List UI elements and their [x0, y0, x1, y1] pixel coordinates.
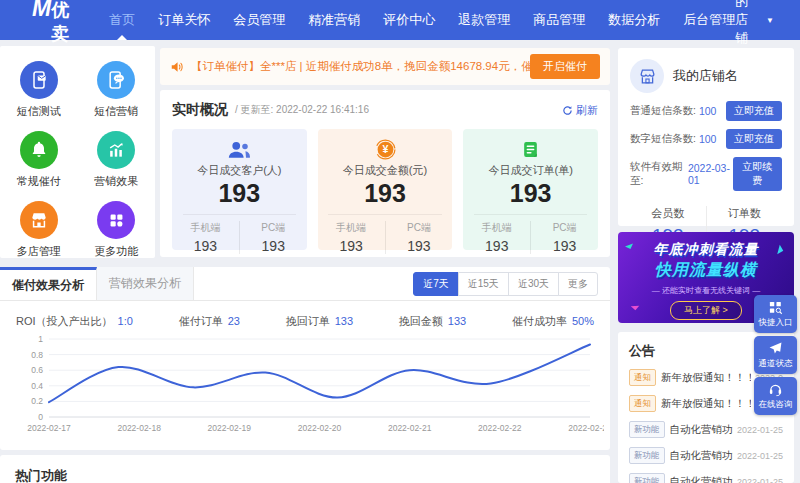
- divider: [183, 214, 296, 215]
- sidebar-item-multi-store[interactable]: 多店管理: [0, 201, 78, 259]
- svg-text:2022-02-17: 2022-02-17: [27, 423, 71, 433]
- banner-headline: 年底冲刺看流量: [618, 241, 794, 259]
- app-label: 短信测试: [0, 104, 78, 119]
- sub-value: 193: [531, 238, 598, 254]
- order-receipt-icon: [463, 138, 598, 160]
- nav-item-product-mgmt[interactable]: 商品管理: [533, 0, 585, 40]
- online-support-button[interactable]: 在线咨询: [754, 377, 797, 415]
- sidebar-item-more-features[interactable]: 更多功能: [78, 201, 156, 259]
- recharge-button[interactable]: 立即充值: [726, 101, 782, 121]
- shop-avatar: [630, 59, 664, 93]
- sidebar-item-sms-marketing[interactable]: 短信营销: [78, 61, 156, 119]
- start-reminder-button[interactable]: 开启催付: [530, 54, 600, 79]
- refresh-button[interactable]: 刷新: [562, 103, 598, 118]
- notice-text: 新年放假通知！！！: [661, 397, 751, 411]
- notice-item[interactable]: 新功能 自动化营销功能上线 2022-01-25: [629, 447, 783, 464]
- sub-label: 手机端: [463, 221, 530, 235]
- row-label: 软件有效期至:: [630, 160, 685, 188]
- sms-marketing-icon: [97, 61, 135, 99]
- app-label: 更多功能: [78, 244, 156, 259]
- tab-marketing-effect[interactable]: 营销效果分析: [97, 267, 194, 300]
- nav-item-member-mgmt[interactable]: 会员管理: [233, 0, 285, 40]
- speaker-icon: [170, 60, 184, 74]
- chart-growth-icon: [97, 131, 135, 169]
- notice-tag: 新功能: [629, 473, 665, 483]
- realtime-title: 实时概况: [172, 101, 228, 119]
- nav-item-data-analysis[interactable]: 数据分析: [608, 0, 660, 40]
- top-navbar: M 优卖 首页 订单关怀 会员管理 精准营销 评价中心 退款管理 商品管理 数据…: [0, 0, 800, 40]
- svg-text:2022-02-18: 2022-02-18: [117, 423, 161, 433]
- tab-reminder-effect[interactable]: 催付效果分析: [0, 267, 97, 300]
- svg-text:0.4: 0.4: [31, 381, 43, 391]
- sub-value: 193: [172, 238, 239, 254]
- sms-balance-row: 普通短信条数: 100 立即充值: [630, 101, 782, 121]
- active-tab-pointer-icon: [117, 35, 127, 40]
- notice-item[interactable]: 新功能 自动化营销功能上线 2022-01-25: [629, 421, 783, 438]
- digital-sms-balance-row: 数字短信条数: 100 立即充值: [630, 129, 782, 149]
- nav-item-precision-marketing[interactable]: 精准营销: [308, 0, 360, 40]
- customers-icon: [172, 138, 307, 160]
- store-icon: [20, 201, 58, 239]
- app-logo[interactable]: M 优卖: [32, 0, 69, 46]
- stat-value: 193: [463, 179, 598, 208]
- recharge-button[interactable]: 立即充值: [726, 129, 782, 149]
- nav-item-review-center[interactable]: 评价中心: [383, 0, 435, 40]
- nav-item-home[interactable]: 首页: [109, 0, 135, 40]
- stat-value: 50%: [572, 315, 594, 327]
- analysis-stats-row: ROI（投入产出比）1:0 催付订单23 挽回订单133 挽回金额133 催付成…: [0, 301, 610, 329]
- notice-date: 2022-01-25: [737, 425, 783, 435]
- account-menu[interactable]: 我的店铺名 ▼: [735, 0, 774, 65]
- float-label: 快捷入口: [759, 317, 793, 329]
- floating-toolbar: 快捷入口 通道状态 在线咨询: [754, 295, 797, 415]
- range-30d-button[interactable]: 近30天: [508, 272, 559, 296]
- logo-text: 优卖: [51, 0, 69, 46]
- nav-item-admin[interactable]: 后台管理: [683, 0, 735, 40]
- svg-text:2022-02-23: 2022-02-23: [568, 423, 604, 433]
- range-more-button[interactable]: 更多: [558, 272, 598, 296]
- apps-search-icon: [768, 300, 783, 315]
- stat-label: 挽回订单: [286, 315, 330, 327]
- notice-text: 自动化营销功能上线: [670, 475, 733, 483]
- banner-subheadline: 快用流量纵横: [618, 260, 794, 281]
- sub-label: 手机端: [318, 221, 385, 235]
- refresh-label: 刷新: [576, 103, 598, 118]
- sidebar-item-sms-test[interactable]: 短信测试: [0, 61, 78, 119]
- nav-item-refund-mgmt[interactable]: 退款管理: [458, 0, 510, 40]
- quick-entry-button[interactable]: 快捷入口: [754, 295, 797, 333]
- range-15d-button[interactable]: 近15天: [458, 272, 509, 296]
- grid-icon: [97, 201, 135, 239]
- notice-date: 2022-01-25: [737, 451, 783, 461]
- svg-text:¥: ¥: [382, 143, 388, 155]
- sub-value: 193: [463, 238, 530, 254]
- row-label: 普通短信条数:: [630, 104, 696, 118]
- renew-button[interactable]: 立即续费: [733, 157, 782, 191]
- stat-label: 会员数: [630, 206, 706, 221]
- stat-label: 催付成功率: [512, 315, 567, 327]
- notice-item[interactable]: 新功能 自动化营销功能上线 2022-01-25: [629, 473, 783, 483]
- nav-item-order-care[interactable]: 订单关怀: [158, 0, 210, 40]
- app-label: 多店管理: [0, 244, 78, 259]
- analysis-tabs: 催付效果分析 营销效果分析 近7天 近15天 近30天 更多: [0, 267, 610, 301]
- float-label: 通道状态: [759, 358, 793, 370]
- banner-cta-button[interactable]: 马上了解 >: [670, 301, 742, 320]
- notice-tag: 新功能: [629, 421, 665, 438]
- shop-name: 我的店铺名: [673, 67, 738, 85]
- notice-text: 新年放假通知！！！: [661, 371, 751, 385]
- row-value: 2022-03-01: [688, 162, 733, 186]
- shop-name-label: 我的店铺名: [735, 0, 761, 65]
- stat-card-amount: ¥ 今日成交金额(元) 193 手机端 193 PC端 193: [318, 129, 453, 250]
- shop-card: 我的店铺名 普通短信条数: 100 立即充值 数字短信条数: 100 立即充值 …: [618, 48, 794, 226]
- notice-text: 自动化营销功能上线: [670, 449, 733, 463]
- row-value: 100: [699, 133, 717, 145]
- svg-text:0.2: 0.2: [31, 396, 43, 406]
- sub-value: 193: [318, 238, 385, 254]
- stat-value: 1:0: [118, 315, 133, 327]
- channel-status-button[interactable]: 通道状态: [754, 336, 797, 374]
- sidebar-item-marketing-effect[interactable]: 营销效果: [78, 131, 156, 189]
- notice-tag: 通知: [629, 369, 656, 386]
- sidebar-item-payment-reminder[interactable]: 常规催付: [0, 131, 78, 189]
- row-value: 100: [699, 105, 717, 117]
- stat-card-customers: 今日成交客户(人) 193 手机端 193 PC端 193: [172, 129, 307, 250]
- sub-label: 手机端: [172, 221, 239, 235]
- range-7d-button[interactable]: 近7天: [413, 272, 459, 296]
